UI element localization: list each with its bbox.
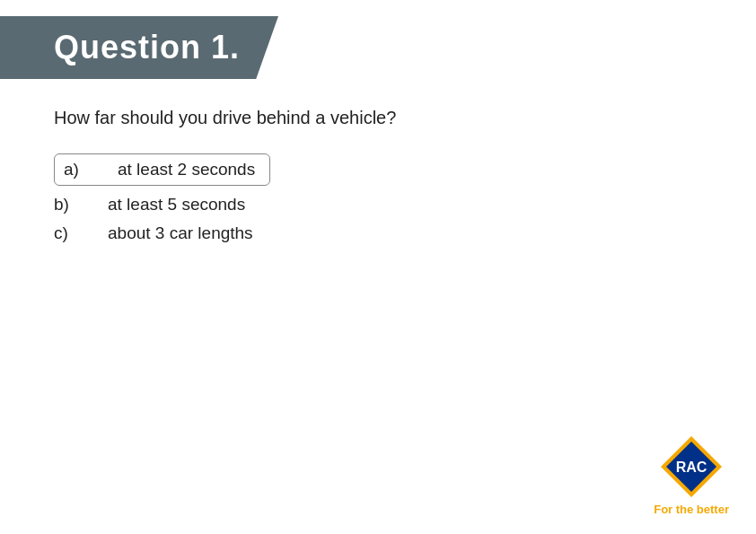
rac-tagline-text: For the better xyxy=(654,503,729,516)
question-text: How far should you drive behind a vehicl… xyxy=(54,108,702,128)
answer-label-c: c) xyxy=(54,223,81,243)
answer-text-b: at least 5 seconds xyxy=(108,195,245,214)
title-banner: Question 1. xyxy=(0,16,278,79)
rac-logo: RAC For the better xyxy=(654,434,729,516)
rac-diamond-icon: RAC xyxy=(659,434,724,499)
answers-list: a) at least 2 seconds b) at least 5 seco… xyxy=(54,153,702,243)
answer-row-c[interactable]: c) about 3 car lengths xyxy=(54,223,702,243)
svg-text:RAC: RAC xyxy=(676,460,708,475)
answer-label-a: a) xyxy=(64,160,91,179)
answer-text-c: about 3 car lengths xyxy=(108,223,253,243)
rac-tagline: For the better xyxy=(654,503,729,516)
answer-label-b: b) xyxy=(54,195,81,214)
answer-row-a[interactable]: a) at least 2 seconds xyxy=(54,153,702,186)
answer-row-b[interactable]: b) at least 5 seconds xyxy=(54,195,702,214)
page-title: Question 1. xyxy=(54,29,253,66)
answer-text-a: at least 2 seconds xyxy=(118,160,255,179)
main-content: How far should you drive behind a vehicl… xyxy=(54,108,702,243)
answer-box-a[interactable]: a) at least 2 seconds xyxy=(54,153,270,186)
